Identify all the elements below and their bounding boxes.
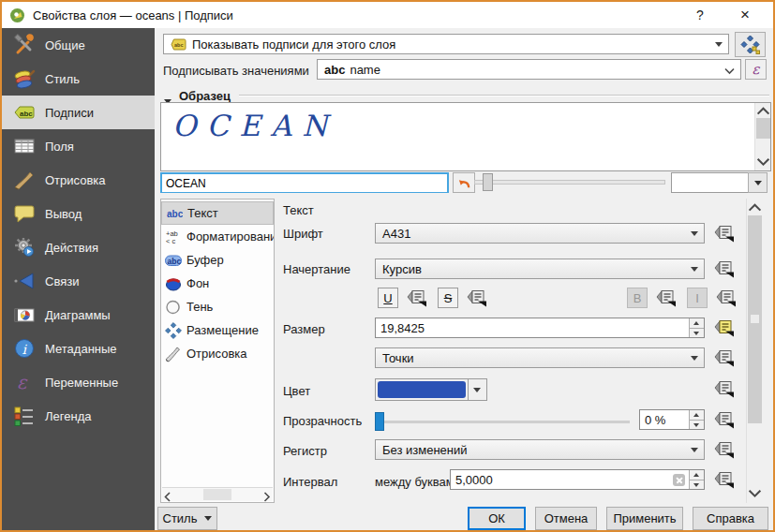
sidebar-item-label: Метаданные xyxy=(45,342,117,356)
scroll-up-icon[interactable] xyxy=(755,104,771,119)
font-color-button[interactable] xyxy=(375,378,487,401)
chevron-down-icon[interactable] xyxy=(468,379,486,400)
sample-text-input[interactable] xyxy=(160,172,449,193)
sidebar-item-variables[interactable]: ε Переменные xyxy=(2,365,155,399)
data-defined-override-icon xyxy=(406,288,428,307)
italic-button[interactable]: I xyxy=(687,288,708,308)
placement-diamonds-icon xyxy=(165,322,182,339)
type-case-combobox[interactable]: Без изменений xyxy=(375,439,705,460)
override-size-button-active[interactable] xyxy=(711,317,738,339)
override-italic-button[interactable] xyxy=(713,287,739,309)
help-titlebar-button[interactable]: ? xyxy=(681,2,719,28)
tab-buffer[interactable]: abc Буфер xyxy=(161,248,274,272)
opacity-label: Прозрачность xyxy=(283,414,362,428)
size-units-combobox[interactable]: Точки xyxy=(375,347,705,368)
scrollbar-thumb[interactable] xyxy=(748,215,762,423)
sidebar-item-legend[interactable]: Легенда xyxy=(2,399,155,433)
color-label: Цвет xyxy=(283,384,310,398)
tab-placement[interactable]: Размещение xyxy=(161,318,274,342)
sidebar-item-diagrams[interactable]: Диаграммы xyxy=(2,298,155,332)
close-button[interactable]: × xyxy=(726,2,764,28)
tab-label: Размещение xyxy=(186,323,259,337)
bold-button[interactable]: B xyxy=(627,288,648,308)
preview-scrollbar[interactable] xyxy=(754,103,770,170)
speech-bubble-icon xyxy=(13,202,36,225)
tab-background[interactable]: Фон xyxy=(161,272,274,295)
override-underline-button[interactable] xyxy=(404,287,430,309)
override-units-button[interactable] xyxy=(711,347,738,369)
case-label: Регистр xyxy=(283,444,327,458)
override-color-button[interactable] xyxy=(711,377,738,400)
placement-settings-icon xyxy=(740,35,760,54)
tab-shadow[interactable]: Тень xyxy=(161,295,274,318)
sidebar-item-label: Переменные xyxy=(45,376,118,390)
scrollbar-thumb[interactable] xyxy=(756,118,770,139)
style-menu-button[interactable]: Стиль xyxy=(157,507,217,530)
spin-arrows[interactable] xyxy=(689,470,704,489)
underline-button[interactable]: U xyxy=(378,288,398,308)
scroll-up-icon[interactable] xyxy=(747,200,763,215)
override-opacity-button[interactable] xyxy=(711,408,738,431)
tabs-horizontal-scrollbar[interactable] xyxy=(162,487,273,501)
buffer-abc-icon: abc xyxy=(165,252,182,269)
font-combobox[interactable]: A431 xyxy=(375,223,705,244)
shadow-icon xyxy=(165,299,182,316)
sidebar-item-display[interactable]: Вывод xyxy=(2,197,155,230)
opacity-slider-handle[interactable] xyxy=(375,412,384,431)
override-spacing-button[interactable] xyxy=(711,468,738,491)
sidebar-item-rendering[interactable]: Отрисовка xyxy=(2,163,155,197)
sidebar-item-joins[interactable]: Связи xyxy=(2,264,155,298)
font-style-combobox[interactable]: Курсив xyxy=(375,259,705,279)
preview-size-slider[interactable] xyxy=(474,180,665,185)
tab-label: Буфер xyxy=(186,253,224,267)
scroll-left-icon[interactable] xyxy=(164,491,171,503)
label-settings-tabs: abc Текст +ab < c Форматирование abc Буф… xyxy=(160,199,275,503)
chevron-down-icon xyxy=(754,181,762,185)
override-style-button[interactable] xyxy=(711,258,738,280)
opacity-slider[interactable] xyxy=(375,421,630,423)
spin-arrows[interactable] xyxy=(689,410,704,429)
background-shape-icon xyxy=(165,275,182,292)
size-spinbox[interactable] xyxy=(375,318,705,338)
scroll-down-icon[interactable] xyxy=(747,486,763,501)
ok-button[interactable]: ОК xyxy=(468,507,526,530)
units-value: Точки xyxy=(382,351,414,365)
sidebar-item-style[interactable]: Стиль xyxy=(2,62,155,96)
opacity-spinbox[interactable] xyxy=(639,409,705,430)
sidebar-item-labels[interactable]: abc Подписи xyxy=(2,96,155,129)
tab-text[interactable]: abc Текст xyxy=(161,201,274,225)
sidebar-item-fields[interactable]: Поля xyxy=(2,129,155,163)
letter-spacing-spinbox[interactable] xyxy=(450,469,705,490)
expression-button[interactable]: ε xyxy=(745,59,767,80)
strikeout-button[interactable]: S xyxy=(438,288,458,308)
settings-scrollbar[interactable] xyxy=(746,199,762,503)
override-case-button[interactable] xyxy=(711,438,738,461)
slider-handle[interactable] xyxy=(483,173,493,191)
tab-rendering[interactable]: Отрисовка xyxy=(161,342,274,365)
preview-font-size-combobox[interactable] xyxy=(671,172,749,193)
override-font-button[interactable] xyxy=(711,222,738,244)
label-value-combobox[interactable]: abc name xyxy=(317,59,741,80)
tab-formatting[interactable]: +ab < c Форматирование xyxy=(161,225,274,248)
spin-arrows[interactable] xyxy=(689,318,704,337)
sidebar-item-metadata[interactable]: i Метаданные xyxy=(2,332,155,365)
sidebar-item-actions[interactable]: Действия xyxy=(2,230,155,264)
preview-size-dropdown-button[interactable] xyxy=(748,172,768,193)
scroll-down-icon[interactable] xyxy=(755,155,771,170)
override-strikeout-button[interactable] xyxy=(464,287,490,309)
help-button[interactable]: Справка xyxy=(693,507,768,530)
sidebar-item-general[interactable]: Общие xyxy=(2,28,155,62)
cancel-button[interactable]: Отмена xyxy=(535,507,597,530)
scrollbar-thumb[interactable] xyxy=(203,489,231,500)
titlebar: Свойства слоя — oceans | Подписи ? × xyxy=(2,2,773,28)
scroll-right-icon[interactable] xyxy=(263,491,271,503)
render-brush-icon xyxy=(13,169,36,191)
data-defined-override-icon xyxy=(655,288,678,307)
label-mode-combobox[interactable]: abc Показывать подписи для этого слоя xyxy=(163,34,729,54)
layer-properties-dialog: Свойства слоя — oceans | Подписи ? × Общ… xyxy=(0,0,775,532)
apply-button[interactable]: Применить xyxy=(606,507,683,530)
override-bold-button[interactable] xyxy=(653,287,679,309)
reset-sample-button[interactable] xyxy=(453,172,475,193)
clear-value-icon[interactable] xyxy=(673,474,685,486)
automated-placement-button[interactable] xyxy=(735,32,766,57)
